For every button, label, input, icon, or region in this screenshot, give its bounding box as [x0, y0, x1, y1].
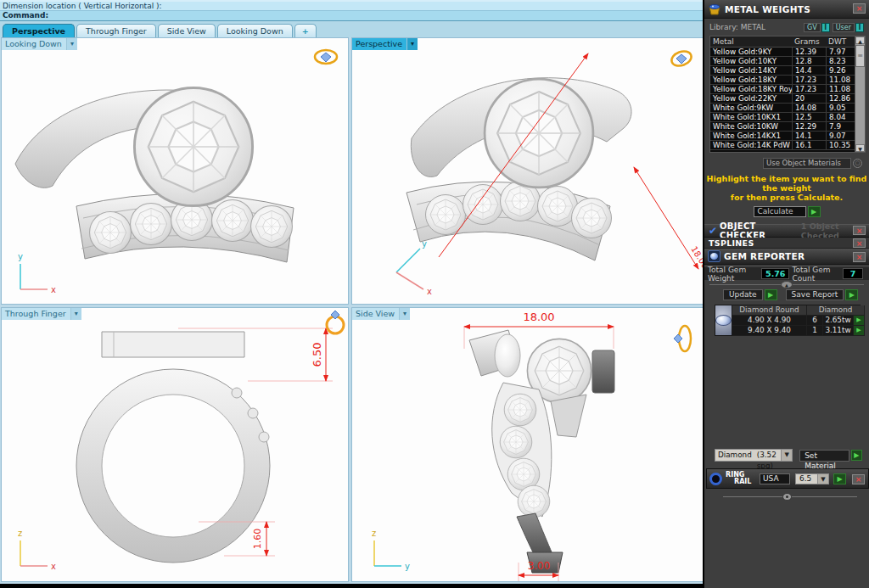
viewport-menu-arrow-icon[interactable]: ▾	[67, 38, 77, 50]
gem-row-play-icon[interactable]: ▶	[854, 316, 865, 326]
dropdown-arrow-icon[interactable]: ▼	[781, 450, 792, 461]
update-play-icon[interactable]: ▶	[765, 289, 777, 300]
viewport-looking-down[interactable]: Looking Down ▾ y	[1, 37, 349, 305]
viewport-label-side-view[interactable]: Side View ▾	[352, 308, 410, 320]
metal-table-scrollbar[interactable]: ▲ ▼	[855, 36, 865, 152]
total-gem-weight-value: 5.76	[761, 268, 789, 279]
gem-weight[interactable]: 2.65tw	[823, 316, 854, 326]
material-dropdown[interactable]: Diamond (3.52 spg) ▼	[715, 449, 793, 462]
metal-weights-close-button[interactable]: ×	[853, 3, 866, 14]
table-row[interactable]: Yellow Gold:10KY 12.8 8.23	[710, 57, 855, 66]
ring-view-icon[interactable]	[674, 326, 691, 351]
object-checker-close-button[interactable]: ×	[853, 226, 866, 235]
viewport-label-text: Side View	[352, 308, 400, 320]
metal-grams: 17.23	[792, 76, 826, 84]
table-row[interactable]: Yellow Gold:9KY 12.39 7.97	[710, 48, 855, 57]
ring-rail-play-icon[interactable]: ▶	[833, 473, 846, 484]
gem-count[interactable]: 6	[807, 316, 823, 326]
metal-dwt: 7.97	[826, 48, 855, 56]
new-tab-button[interactable]: +	[294, 24, 317, 37]
viewport-menu-arrow-icon[interactable]: ▾	[400, 308, 410, 320]
viewport-label-through-finger[interactable]: Through Finger ▾	[2, 308, 81, 320]
use-materials-option-icon[interactable]: ○	[853, 159, 862, 168]
ring-cursor-icon[interactable]	[327, 311, 344, 333]
table-row[interactable]: Yellow Gold:14KY 14.4 9.26	[710, 66, 855, 76]
metal-grams: 12.5	[792, 113, 826, 121]
gv-toggle[interactable]: I	[821, 23, 830, 32]
gem-row-play-icon[interactable]: ▶	[854, 326, 865, 336]
set-material-play-icon[interactable]: ▶	[851, 450, 862, 461]
dropdown-arrow-icon[interactable]: ▼	[817, 474, 828, 484]
ring-render-top[interactable]	[15, 87, 294, 262]
set-material-button[interactable]: Set Material	[799, 450, 849, 462]
tab-perspective[interactable]: Perspective	[3, 24, 75, 37]
table-row[interactable]: White Gold:10KW 12.29 7.9	[710, 122, 855, 132]
metal-name: White Gold:10KW	[710, 122, 792, 131]
table-row[interactable]: Yellow Gold:18KY Royal 17.23 11.08	[710, 85, 855, 94]
gv-button[interactable]: GV	[804, 23, 821, 32]
ring-render-side[interactable]	[469, 330, 614, 573]
ring-render-front[interactable]	[76, 332, 270, 563]
viewport-label-looking-down[interactable]: Looking Down ▾	[2, 38, 77, 50]
update-button[interactable]: Update	[723, 289, 763, 300]
calculate-row: Calculate ▶	[704, 206, 869, 217]
user-toggle[interactable]: I	[855, 23, 864, 32]
table-row-partial[interactable]	[710, 150, 855, 152]
scroll-up-icon[interactable]: ▲	[855, 36, 865, 44]
table-row[interactable]: White Gold:14K PdW 16.1 10.35	[710, 141, 855, 150]
dimension-label[interactable]: 18.00	[523, 311, 554, 323]
metal-weights-header: METAL WEIGHTS ×	[704, 0, 869, 19]
save-report-button[interactable]: Save Report	[786, 289, 844, 300]
table-row[interactable]: White Gold:14KX1 14.1 9.07	[710, 132, 855, 141]
user-button[interactable]: User	[833, 23, 855, 32]
calculate-play-icon[interactable]: ▶	[808, 206, 821, 217]
dimension-label[interactable]: 6.50	[311, 343, 323, 367]
save-report-play-icon[interactable]: ▶	[845, 289, 858, 300]
scroll-down-icon[interactable]: ▼	[855, 144, 865, 152]
viewport-menu-arrow-icon[interactable]: ▾	[407, 38, 418, 50]
gem-reporter-close-button[interactable]: ×	[853, 252, 866, 262]
tab-looking-down[interactable]: Looking Down	[217, 24, 293, 37]
viewport-perspective[interactable]: Perspective ▾ 18.00	[351, 37, 704, 305]
ring-rail-icon	[709, 473, 722, 485]
slider-knob[interactable]	[782, 493, 792, 501]
ring-rail-slider[interactable]	[723, 493, 857, 501]
ring-size-value: 6.5	[799, 474, 811, 483]
collapse-handle-icon[interactable]: ▲	[781, 281, 793, 288]
table-row[interactable]: Yellow Gold:18KY 17.23 11.08	[710, 76, 855, 85]
viewport-label-perspective[interactable]: Perspective ▾	[352, 38, 418, 50]
ring-size-dropdown[interactable]: 6.5 ▼	[795, 473, 829, 484]
ring-view-icon[interactable]	[670, 48, 693, 68]
ring-view-icon[interactable]	[315, 50, 337, 64]
table-row[interactable]: White Gold:10KX1 12.5 8.04	[710, 113, 855, 122]
dimension-label[interactable]: 1.60	[252, 529, 263, 550]
gem-size[interactable]: 9.40 X 9.40	[732, 326, 807, 336]
tab-through-finger[interactable]: Through Finger	[76, 24, 156, 37]
tab-side-view[interactable]: Side View	[158, 24, 216, 37]
viewport-menu-arrow-icon[interactable]: ▾	[71, 308, 81, 320]
table-row[interactable]: White Gold:9KW 14.08 9.05	[710, 104, 855, 113]
ring-rail-close-button[interactable]: ×	[852, 474, 865, 484]
table-row[interactable]: Yellow Gold:22KY 20 12.86	[710, 94, 855, 104]
gem-buttons-row: Update ▶ Save Report ▶	[704, 288, 869, 300]
viewport-through-finger[interactable]: Through Finger ▾ 6.50	[1, 307, 349, 582]
calculate-button[interactable]: Calculate	[754, 206, 806, 217]
use-object-materials-dropdown[interactable]: Use Object Materials	[763, 158, 851, 169]
ring-size-standard-field[interactable]: USA	[760, 473, 790, 484]
ring-render-perspective[interactable]	[406, 78, 631, 260]
instruction-line-1: Highlight the item you want to find the …	[704, 174, 869, 193]
library-row: Library: METAL GV I User I	[704, 21, 869, 33]
metal-grams: 12.39	[792, 48, 826, 56]
gem-size[interactable]: 4.90 X 4.90	[732, 316, 807, 326]
material-spg: (3.52 spg)	[757, 450, 780, 461]
ring-rail-title: RING RAIL	[726, 472, 754, 485]
command-prompt[interactable]: Command:	[0, 11, 704, 21]
gem-weight[interactable]: 3.11tw	[823, 326, 854, 336]
gem-count[interactable]: 1	[807, 326, 823, 336]
scroll-thumb[interactable]	[855, 45, 865, 67]
viewport-side-view[interactable]: Side View ▾ 18.00	[351, 307, 704, 582]
viewport-label-text: Perspective	[352, 38, 407, 50]
tsplines-close-button[interactable]: ×	[853, 238, 866, 248]
dimension-label[interactable]: 3.00	[528, 560, 551, 572]
library-label: Library: METAL	[709, 23, 765, 31]
